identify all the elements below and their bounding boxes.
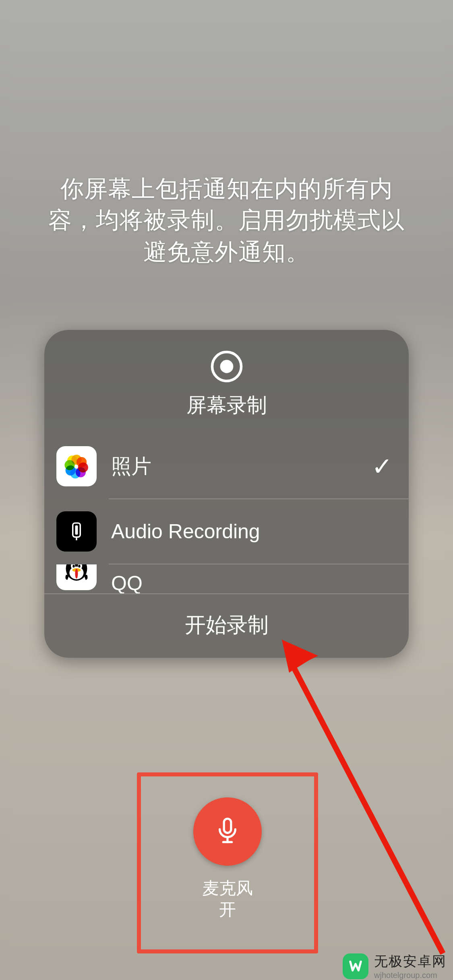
option-qq[interactable]: QQ — [44, 564, 409, 593]
destination-options: 照片 ✓ Audio Recording — [44, 434, 409, 593]
option-label: QQ — [97, 564, 393, 593]
option-photos[interactable]: 照片 ✓ — [44, 434, 409, 498]
option-label: 照片 — [97, 453, 372, 480]
watermark: 无极安卓网 wjhotelgroup.com — [343, 952, 453, 980]
mic-state-text: 开 — [219, 900, 236, 919]
svg-point-20 — [75, 568, 78, 579]
microphone-icon — [210, 813, 245, 850]
panel-title: 屏幕录制 — [186, 392, 267, 419]
watermark-subtitle: wjhotelgroup.com — [374, 971, 447, 980]
svg-point-9 — [67, 455, 77, 465]
mic-label-text: 麦克风 — [202, 879, 253, 898]
screen-recording-panel: 屏幕录制 照片 ✓ — [44, 330, 409, 658]
watermark-logo-icon — [343, 953, 368, 979]
option-audio-recording[interactable]: Audio Recording — [44, 499, 409, 564]
record-icon — [210, 350, 243, 383]
panel-header: 屏幕录制 — [44, 330, 409, 434]
svg-point-18 — [78, 565, 80, 568]
checkmark-icon: ✓ — [372, 452, 393, 481]
photos-app-icon — [56, 446, 97, 486]
microphone-status-label: 麦克风 开 — [202, 878, 253, 920]
svg-rect-11 — [75, 525, 78, 535]
option-label: Audio Recording — [97, 520, 393, 543]
microphone-toggle-button[interactable] — [193, 797, 262, 866]
watermark-title: 无极安卓网 — [374, 952, 447, 971]
audio-app-icon — [56, 511, 97, 552]
start-recording-button[interactable]: 开始录制 — [44, 593, 409, 658]
recording-notice-text: 你屏幕上包括通知在内的所有内容，均将被录制。启用勿扰模式以避免意外通知。 — [0, 173, 453, 268]
svg-point-1 — [220, 360, 233, 373]
qq-app-icon — [56, 564, 97, 590]
annotation-highlight-box: 麦克风 开 — [137, 772, 318, 953]
svg-rect-24 — [224, 819, 231, 833]
svg-point-17 — [72, 565, 74, 568]
